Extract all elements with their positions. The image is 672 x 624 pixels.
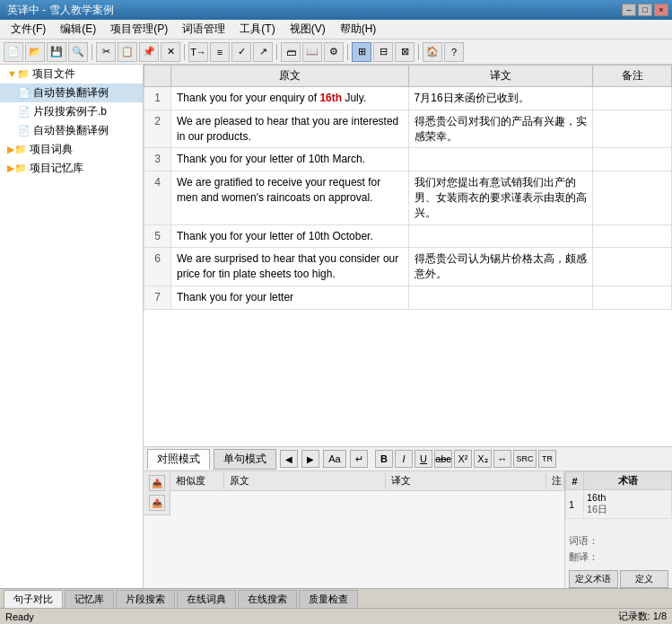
glossary-word-row: 词语： — [569, 534, 668, 548]
project-tree: ▼📁 项目文件 📄 自动替换翻译例 📄 片段搜索例子.b 📄 自动替换翻译例 ▶… — [0, 65, 144, 588]
tb-new[interactable]: 📄 — [4, 42, 23, 62]
tree-file-2[interactable]: 📄 片段搜索例子.b — [0, 102, 143, 121]
bold-btn[interactable]: B — [375, 450, 393, 468]
mode-comparison-btn[interactable]: 对照模式 — [147, 449, 210, 470]
menu-vocab[interactable]: 词语管理 — [175, 20, 232, 39]
src-btn[interactable]: SRC — [513, 450, 537, 468]
superscript-btn[interactable]: X² — [454, 450, 472, 468]
menu-project[interactable]: 项目管理(P) — [103, 20, 175, 39]
nav-prev[interactable]: ◀ — [280, 450, 298, 468]
src-cell-1[interactable]: Thank you for your enquiry of 16th July. — [171, 87, 409, 110]
window-controls[interactable]: – □ × — [622, 4, 668, 16]
seg-import-btn[interactable]: 📥 — [149, 475, 165, 491]
swap-btn[interactable]: ↔ — [493, 450, 511, 468]
seg-export-btn[interactable]: 📤 — [149, 495, 165, 511]
menu-file[interactable]: 文件(F) — [4, 20, 53, 39]
src-cell-3[interactable]: Thank you for your letter of 10th March. — [171, 148, 409, 171]
font-size-btn[interactable]: Aa — [323, 450, 346, 468]
glossary-table: # 术语 1 16th 16日 — [565, 471, 672, 519]
tab-compare[interactable]: 句子对比 — [4, 590, 63, 608]
tab-segment-search[interactable]: 片段搜索 — [116, 590, 175, 608]
define-btn[interactable]: 定义 — [620, 570, 669, 588]
glossary-buttons: 定义术语 定义 — [565, 570, 672, 588]
tb-separator-5 — [418, 44, 419, 60]
tb-view2[interactable]: ⊟ — [373, 42, 393, 62]
translation-table-wrapper[interactable]: 原文 译文 备注 1 Thank you for your enquiry of… — [144, 65, 672, 446]
glossary-table-area: # 术语 1 16th 16日 — [565, 471, 672, 531]
tb-glossary[interactable]: 📖 — [302, 42, 322, 62]
src-cell-6[interactable]: We are surprised to hear that you consid… — [171, 248, 409, 286]
tb-delete[interactable]: ✕ — [161, 42, 180, 62]
underline-btn[interactable]: U — [415, 450, 432, 468]
glossary-row-1: 1 16th 16日 — [566, 490, 672, 519]
glossary-term-1: 16th 16日 — [584, 490, 672, 519]
tgt-cell-6[interactable]: 得悉贵公司认为锡片价格太高，颇感意外。 — [408, 248, 593, 286]
col-tgt-header: 译文 — [408, 66, 593, 87]
menu-view[interactable]: 视图(V) — [283, 20, 333, 39]
tree-file-3[interactable]: 📄 自动替换翻译例 — [0, 121, 143, 140]
subscript-btn[interactable]: X₂ — [474, 450, 492, 468]
menu-help[interactable]: 帮助(H) — [333, 20, 384, 39]
tb-save[interactable]: 💾 — [47, 42, 66, 62]
seg-col-sim: 相似度 — [170, 473, 224, 488]
toolbar: 📄 📂 💾 🔍 ✂ 📋 📌 ✕ T→ ≡ ✓ ↗ 🗃 📖 ⚙ ⊞ ⊟ ⊠ 🏠 ? — [0, 40, 672, 65]
tb-copy[interactable]: 📋 — [118, 42, 137, 62]
tb-open[interactable]: 📂 — [25, 42, 45, 62]
define-term-btn[interactable]: 定义术语 — [569, 570, 618, 588]
strikethrough-btn[interactable]: abc — [434, 450, 452, 468]
tb-translate[interactable]: T→ — [188, 42, 208, 62]
tree-folder-mem[interactable]: ▶📁 项目记忆库 — [0, 159, 143, 178]
col-num-header — [144, 66, 171, 87]
tab-online-dict[interactable]: 在线词典 — [177, 590, 236, 608]
src-cell-5[interactable]: Thank you for your letter of 10th Octobe… — [171, 224, 409, 248]
src-cell-2[interactable]: We are pleased to hear that you are inte… — [171, 110, 409, 148]
menu-tools[interactable]: 工具(T) — [232, 20, 282, 39]
tree-folder-label-dict: 项目词典 — [30, 142, 73, 157]
tb-export[interactable]: ↗ — [253, 42, 273, 62]
tr-btn[interactable]: TR — [538, 450, 556, 468]
tgt-cell-5[interactable] — [408, 224, 593, 248]
minimize-button[interactable]: – — [622, 4, 636, 16]
tgt-cell-2[interactable]: 得悉贵公司对我们的产品有兴趣，实感荣幸。 — [408, 110, 593, 148]
tb-memory[interactable]: 🗃 — [281, 42, 301, 62]
maximize-button[interactable]: □ — [638, 4, 652, 16]
src-cell-7[interactable]: Thank you for your letter — [171, 286, 409, 309]
tgt-cell-4[interactable]: 我们对您提出有意试销我们出产的男、女装雨衣的要求谨表示由衷的高兴。 — [408, 171, 593, 224]
src-cell-4[interactable]: We are gratified to receive your request… — [171, 171, 409, 224]
tree-root[interactable]: ▼📁 项目文件 — [0, 65, 143, 83]
tb-help2[interactable]: ? — [444, 42, 464, 62]
return-btn[interactable]: ↵ — [350, 450, 368, 468]
tab-bar: 句子对比 记忆库 片段搜索 在线词典 在线搜索 质量检查 — [0, 588, 672, 608]
tab-online-search[interactable]: 在线搜索 — [238, 590, 297, 608]
tb-check[interactable]: ✓ — [231, 42, 251, 62]
folder-icon-mem: ▶📁 — [7, 163, 27, 174]
tab-quality[interactable]: 质量检查 — [299, 590, 358, 608]
tb-settings[interactable]: ⚙ — [324, 42, 344, 62]
mode-single-btn[interactable]: 单句模式 — [214, 449, 276, 470]
close-button[interactable]: × — [654, 4, 668, 16]
title-bar: 英译中 - 雪人教学案例 – □ × — [0, 0, 672, 20]
tb-separator-1 — [92, 44, 92, 60]
tgt-cell-3[interactable] — [408, 148, 593, 171]
tb-align[interactable]: ≡ — [210, 42, 230, 62]
glossary-num-1: 1 — [566, 490, 584, 519]
tgt-cell-7[interactable] — [408, 286, 593, 309]
tree-file-label-1: 自动替换翻译例 — [33, 85, 109, 101]
glossary-trans-label: 翻译： — [569, 550, 598, 564]
tb-search[interactable]: 🔍 — [68, 42, 88, 62]
nav-next[interactable]: ▶ — [301, 450, 319, 468]
menu-edit[interactable]: 编辑(E) — [53, 20, 103, 39]
tb-cut[interactable]: ✂ — [96, 42, 116, 62]
tb-paste[interactable]: 📌 — [139, 42, 159, 62]
note-cell-3 — [593, 148, 672, 171]
italic-btn[interactable]: I — [395, 450, 413, 468]
tree-folder-dict[interactable]: ▶📁 项目词典 — [0, 140, 143, 159]
tree-file-1[interactable]: 📄 自动替换翻译例 — [0, 83, 143, 102]
tgt-cell-1[interactable]: 7月16日来函价已收到。 — [408, 87, 593, 110]
tb-separator-2 — [184, 44, 185, 60]
tb-view3[interactable]: ⊠ — [395, 42, 415, 62]
tb-home[interactable]: 🏠 — [423, 42, 442, 62]
tab-memory[interactable]: 记忆库 — [65, 590, 114, 608]
status-left: Ready — [5, 611, 34, 622]
tb-view1[interactable]: ⊞ — [352, 42, 371, 62]
